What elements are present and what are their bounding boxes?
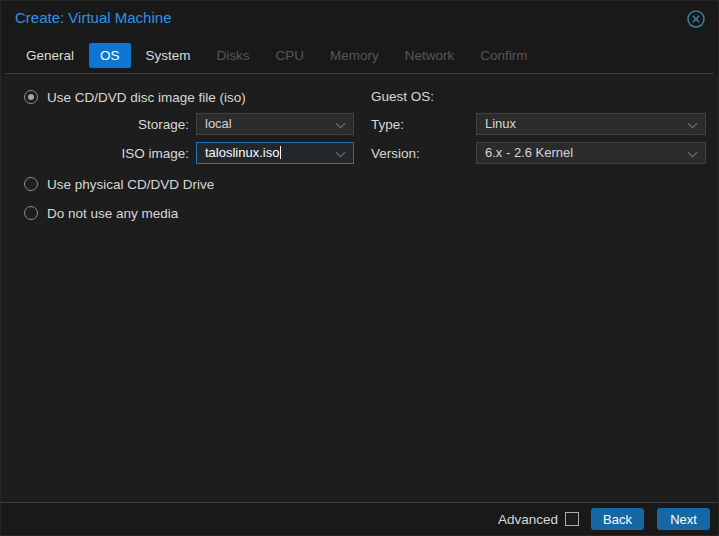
chevron-down-icon[interactable] <box>336 148 346 158</box>
os-version-select[interactable]: 6.x - 2.6 Kernel <box>476 142 706 164</box>
iso-image-label: ISO image: <box>1 146 189 161</box>
dialog-title: Create: Virtual Machine <box>15 9 171 26</box>
wizard-tabbar: General OS System Disks CPU Memory Netwo… <box>15 41 708 69</box>
storage-label: Storage: <box>1 117 189 132</box>
radio-option-no-media[interactable]: Do not use any media <box>24 205 178 221</box>
os-version-label: Version: <box>371 146 420 161</box>
tab-disks: Disks <box>206 43 261 68</box>
storage-select[interactable]: local <box>196 113 354 135</box>
tab-confirm: Confirm <box>469 43 538 68</box>
radio-icon[interactable] <box>24 90 38 104</box>
iso-image-combobox[interactable]: taloslinux.iso <box>196 142 354 164</box>
guest-os-heading: Guest OS: <box>371 89 434 104</box>
radio-icon[interactable] <box>24 177 38 191</box>
advanced-label: Advanced <box>498 512 558 527</box>
os-type-value: Linux <box>485 116 516 131</box>
chevron-down-icon[interactable] <box>688 148 698 158</box>
dialog-footer: Advanced Back Next <box>1 502 718 535</box>
chevron-down-icon[interactable] <box>688 119 698 129</box>
radio-option-iso[interactable]: Use CD/DVD disc image file (iso) <box>24 89 246 105</box>
os-tab-panel: Use CD/DVD disc image file (iso) Storage… <box>1 74 718 504</box>
next-button[interactable]: Next <box>657 508 710 530</box>
storage-select-value: local <box>205 116 232 131</box>
os-type-select[interactable]: Linux <box>476 113 706 135</box>
radio-option-physical-drive[interactable]: Use physical CD/DVD Drive <box>24 176 214 192</box>
tab-memory: Memory <box>319 43 390 68</box>
radio-icon[interactable] <box>24 206 38 220</box>
tab-network: Network <box>394 43 466 68</box>
radio-option-no-media-label: Do not use any media <box>47 206 178 221</box>
tab-general[interactable]: General <box>15 43 85 68</box>
chevron-down-icon[interactable] <box>336 119 346 129</box>
tab-cpu: CPU <box>265 43 316 68</box>
tab-system[interactable]: System <box>135 43 202 68</box>
text-cursor <box>280 146 281 159</box>
radio-option-physical-drive-label: Use physical CD/DVD Drive <box>47 177 214 192</box>
create-vm-dialog: Create: Virtual Machine General OS Syste… <box>0 0 719 536</box>
os-version-value: 6.x - 2.6 Kernel <box>485 145 573 160</box>
os-type-label: Type: <box>371 117 404 132</box>
iso-image-value: taloslinux.iso <box>205 145 279 160</box>
radio-option-iso-label: Use CD/DVD disc image file (iso) <box>47 90 246 105</box>
advanced-checkbox[interactable] <box>565 512 579 526</box>
back-button[interactable]: Back <box>591 508 644 530</box>
tab-os[interactable]: OS <box>89 43 131 68</box>
dialog-titlebar: Create: Virtual Machine <box>1 1 718 37</box>
close-icon[interactable] <box>686 9 706 29</box>
